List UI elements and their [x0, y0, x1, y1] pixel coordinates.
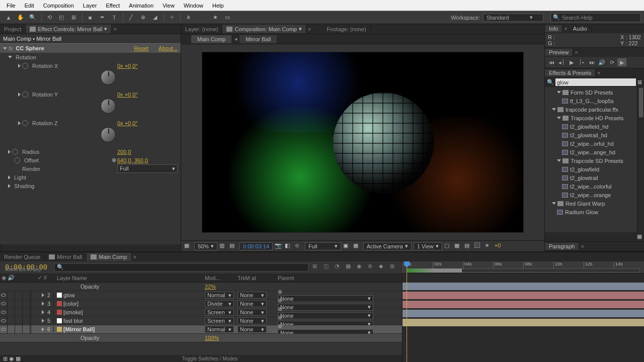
menu-view[interactable]: View: [158, 2, 179, 10]
layer-name[interactable]: glow: [63, 292, 75, 298]
timeline-icon[interactable]: ▤: [464, 242, 472, 250]
rotation-z-dial[interactable]: [101, 127, 116, 142]
reset-button[interactable]: Reset: [134, 45, 148, 51]
twisty-icon[interactable]: [18, 93, 21, 97]
text-tool-icon[interactable]: T: [109, 12, 120, 23]
position-point-icon[interactable]: ⊕: [110, 157, 117, 163]
roi-icon[interactable]: ▣: [343, 242, 351, 250]
close-icon[interactable]: ×: [596, 70, 602, 76]
next-frame-icon[interactable]: ⏐▸: [577, 58, 586, 66]
transparency-grid-icon[interactable]: ▦: [353, 242, 361, 250]
twisty-icon[interactable]: [8, 184, 11, 188]
graph-editor-icon[interactable]: ⊞: [390, 263, 399, 272]
offset-value[interactable]: 640,0, 360,0: [117, 157, 178, 163]
blend-mode-select[interactable]: Screen▾: [205, 317, 234, 324]
stopwatch-icon[interactable]: [22, 63, 28, 69]
pickwhip-icon[interactable]: ⊚: [278, 306, 282, 312]
col-trkmat[interactable]: TrkM at: [237, 275, 278, 281]
render-queue-tab[interactable]: Render Queue: [0, 253, 45, 261]
rotation-tool-icon[interactable]: ⟲: [44, 12, 55, 23]
first-frame-icon[interactable]: ⏮: [547, 58, 556, 66]
menu-composition[interactable]: Composition: [39, 2, 78, 10]
audio-tab[interactable]: Audio: [569, 25, 592, 32]
fast-preview-icon[interactable]: ▦: [454, 242, 462, 250]
close-tab-icon[interactable]: ×: [112, 26, 118, 32]
auto-keyframe-icon[interactable]: ◆: [379, 263, 388, 272]
tree-row[interactable]: trapcode particular.ffx: [545, 105, 637, 114]
rotation-z-value[interactable]: 0x +0,0°: [117, 120, 178, 126]
tree-row[interactable]: Red Giant Warp: [545, 199, 637, 208]
twisty-icon[interactable]: [552, 202, 556, 205]
tree-row[interactable]: tf_L3_G..._loop5s: [545, 97, 637, 105]
composition-tab[interactable]: Composition: Main Comp ▾: [222, 25, 306, 33]
color-label[interactable]: [57, 327, 62, 332]
col-parent[interactable]: Parent: [278, 275, 378, 281]
layer-tab[interactable]: Layer: (none): [181, 25, 222, 33]
roto-brush-tool-icon[interactable]: ✧: [166, 12, 177, 23]
zoom-select[interactable]: 50%▾: [194, 242, 217, 250]
effect-controls-tab[interactable]: Effect Controls: Mirror Ball ▾: [26, 25, 112, 33]
light-group[interactable]: Light: [12, 174, 178, 180]
play-icon[interactable]: ▶: [567, 58, 576, 66]
main-comp-timeline-tab[interactable]: Main Comp: [87, 253, 131, 261]
close-icon[interactable]: ×: [573, 49, 579, 55]
selection-tool-icon[interactable]: ▲: [3, 12, 14, 23]
track-matte-select[interactable]: None▾: [237, 326, 267, 333]
ram-preview-icon[interactable]: ▶: [617, 58, 626, 66]
layer-bar[interactable]: [403, 292, 644, 299]
menu-layer[interactable]: Layer: [78, 2, 102, 10]
tree-row[interactable]: t2_glowfield: [545, 165, 637, 173]
menu-animation[interactable]: Animation: [124, 2, 158, 10]
stopwatch-icon[interactable]: [22, 120, 28, 126]
pickwhip-icon[interactable]: ⊚: [278, 314, 282, 320]
eye-icon[interactable]: [1, 302, 6, 305]
track-matte-select[interactable]: None▾: [237, 317, 267, 324]
brush-tool-icon[interactable]: ╱: [125, 12, 136, 23]
layer-name[interactable]: fast blur: [63, 318, 83, 324]
timeline-track-area[interactable]: 00s02s04s06s08s10s12s14s: [403, 261, 644, 362]
draft-3d-icon[interactable]: ◫: [324, 263, 333, 272]
blend-mode-select[interactable]: Normal▾: [205, 292, 234, 299]
radius-value[interactable]: 200,0: [117, 149, 178, 155]
layer-name[interactable]: [smoke]: [63, 309, 83, 315]
scrollbar-h[interactable]: [0, 244, 181, 251]
stopwatch-icon[interactable]: [22, 92, 28, 98]
scrollbar-v[interactable]: [637, 87, 644, 232]
shading-group[interactable]: Shading: [12, 183, 178, 189]
mask-icon[interactable]: ▤: [229, 242, 237, 250]
flowchart-icon[interactable]: ⿵: [474, 242, 482, 250]
new-bin-icon[interactable]: ▦: [637, 233, 642, 239]
folder-icon[interactable]: ▭: [222, 12, 233, 23]
footage-tab[interactable]: Footage: (none): [323, 25, 370, 33]
current-time[interactable]: 0:00:03:14: [239, 242, 273, 250]
menu-window[interactable]: Window: [179, 2, 208, 10]
eraser-tool-icon[interactable]: ◢: [149, 12, 160, 23]
effects-presets-tab[interactable]: Effects & Presets: [545, 69, 596, 76]
menu-edit[interactable]: Edit: [20, 2, 39, 10]
workspace-select[interactable]: Standard▾: [483, 14, 543, 22]
tree-row[interactable]: t2_wipe...ange_hd: [545, 148, 637, 156]
grid-icon[interactable]: ▥: [219, 242, 227, 250]
opacity-value[interactable]: 100%: [205, 335, 219, 341]
color-label[interactable]: [57, 310, 62, 315]
view-layout-select[interactable]: 1 View▾: [414, 242, 442, 250]
timeline-search[interactable]: 🔍: [54, 263, 308, 272]
col-layer-name[interactable]: Layer Name: [54, 275, 205, 281]
pan-behind-tool-icon[interactable]: ⊞: [68, 12, 79, 23]
layer-bar[interactable]: [403, 310, 644, 317]
twisty-icon[interactable]: [18, 121, 21, 125]
effects-search-input[interactable]: [555, 78, 636, 86]
color-label[interactable]: [57, 301, 62, 306]
toggle-switches-icon[interactable]: ⊞ ◉ ▦: [3, 355, 21, 362]
tree-row[interactable]: Radium Glow: [545, 208, 637, 216]
main-comp-subtab[interactable]: Main Comp: [191, 35, 231, 43]
tree-row[interactable]: Form SD Presets: [545, 88, 637, 97]
comp-mini-flowchart-icon[interactable]: ⊞: [312, 263, 321, 272]
tree-row[interactable]: t2_wipe...orful_hd: [545, 139, 637, 148]
twisty-icon[interactable]: [42, 310, 44, 314]
always-preview-icon[interactable]: ▦: [184, 242, 192, 250]
twisty-icon[interactable]: [42, 327, 44, 331]
track-matte-select[interactable]: None▾: [237, 300, 267, 307]
layer-row[interactable]: 6 [Mirror Ball]Normal▾None▾⊚ None▾: [0, 325, 402, 334]
mirror-ball-timeline-tab[interactable]: Mirror Ball: [45, 253, 87, 261]
